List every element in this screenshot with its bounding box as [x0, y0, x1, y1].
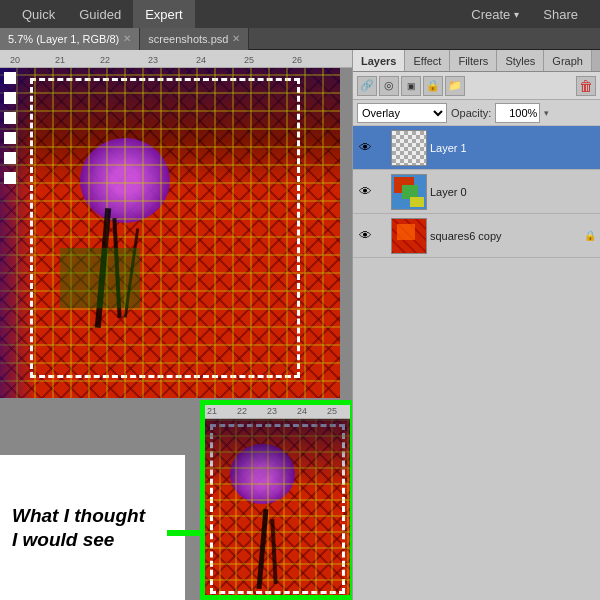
layer-chain-layer0 [376, 184, 388, 200]
ruler-tick-22: 22 [100, 55, 110, 65]
panel-tab-effect[interactable]: Effect [405, 50, 450, 71]
tab-close-layer1[interactable]: ✕ [123, 33, 131, 44]
toolbar-delete-btn[interactable]: 🗑 [576, 76, 596, 96]
menu-quick[interactable]: Quick [10, 0, 67, 28]
ruler-tick-25: 25 [244, 55, 254, 65]
ruler-tick-20: 20 [10, 55, 20, 65]
canvas-area[interactable]: 20 21 22 23 24 25 26 [0, 50, 352, 600]
annotation-text: What I thoughtI would see [12, 504, 173, 552]
toolbar-lock-btn[interactable]: 🔒 [423, 76, 443, 96]
layer-item-layer1[interactable]: 👁 Layer 1 [353, 126, 600, 170]
preview-ruler-25: 25 [327, 406, 337, 416]
menu-share[interactable]: Share [531, 0, 590, 28]
tab-close-screenshots[interactable]: ✕ [232, 33, 240, 44]
opacity-arrow[interactable]: ▾ [544, 108, 549, 118]
layer-chain-squares6 [376, 228, 388, 244]
panel-tab-filters[interactable]: Filters [450, 50, 497, 71]
ruler-numbers: 20 21 22 23 24 25 26 [0, 50, 352, 67]
layer-name-layer0: Layer 0 [430, 186, 596, 198]
art-green-patch [60, 248, 140, 308]
tab-bar: 5.7% (Layer 1, RGB/8) ✕ screenshots.psd … [0, 28, 600, 50]
tab-label-layer1: 5.7% (Layer 1, RGB/8) [8, 33, 119, 45]
preview-box: 21 22 23 24 25 [200, 400, 352, 600]
top-menu-bar: Quick Guided Expert Create Share [0, 0, 600, 28]
layer-eye-layer0[interactable]: 👁 [357, 184, 373, 200]
layer-eye-layer1[interactable]: 👁 [357, 140, 373, 156]
blend-opacity-row: Overlay Normal Multiply Screen Opacity: … [353, 100, 600, 126]
preview-ruler: 21 22 23 24 25 [205, 405, 350, 419]
preview-ruler-22: 22 [237, 406, 247, 416]
layer-chain-layer1 [376, 140, 388, 156]
layer-eye-squares6[interactable]: 👁 [357, 228, 373, 244]
layer-list: 👁 Layer 1 👁 Layer 0 👁 [353, 126, 600, 600]
preview-ruler-23: 23 [267, 406, 277, 416]
ruler-top: 20 21 22 23 24 25 26 [0, 50, 352, 68]
annotation-box: What I thoughtI would see [0, 455, 185, 600]
layer-item-squares6[interactable]: 👁 squares6 copy 🔒 [353, 214, 600, 258]
opacity-input[interactable] [495, 103, 540, 123]
toolbar-link-btn[interactable]: 🔗 [357, 76, 377, 96]
layer-name-layer1: Layer 1 [430, 142, 596, 154]
ruler-tick-21: 21 [55, 55, 65, 65]
ruler-tick-23: 23 [148, 55, 158, 65]
panel-tab-layers[interactable]: Layers [353, 50, 405, 71]
tab-layer1[interactable]: 5.7% (Layer 1, RGB/8) ✕ [0, 28, 140, 50]
menu-expert[interactable]: Expert [133, 0, 195, 28]
tab-screenshots[interactable]: screenshots.psd ✕ [140, 28, 249, 50]
layer-lock-squares6: 🔒 [584, 230, 596, 241]
ruler-tick-24: 24 [196, 55, 206, 65]
panel-tabs: Layers Effect Filters Styles Graph [353, 50, 600, 72]
layer-name-squares6: squares6 copy [430, 230, 581, 242]
opacity-label: Opacity: [451, 107, 491, 119]
menu-guided[interactable]: Guided [67, 0, 133, 28]
panel-tab-graph[interactable]: Graph [544, 50, 592, 71]
panel-tab-styles[interactable]: Styles [497, 50, 544, 71]
ruler-tick-26: 26 [292, 55, 302, 65]
art-purple-orb [80, 138, 170, 223]
preview-art [205, 419, 350, 595]
right-panel: Layers Effect Filters Styles Graph 🔗 ◎ ▣… [352, 50, 600, 600]
art-white-squares-left [0, 68, 20, 398]
preview-ruler-21: 21 [207, 406, 217, 416]
tab-label-screenshots: screenshots.psd [148, 33, 228, 45]
preview-dark-top [205, 419, 350, 489]
toolbar-folder-btn[interactable]: 📁 [445, 76, 465, 96]
preview-ruler-24: 24 [297, 406, 307, 416]
canvas-wrapper: What I thoughtI would see 21 22 23 24 [0, 68, 352, 600]
blend-mode-select[interactable]: Overlay Normal Multiply Screen [357, 103, 447, 123]
toolbar-shape-btn[interactable]: ▣ [401, 76, 421, 96]
layer-thumb-layer1 [391, 130, 427, 166]
layer-thumb-squares6 [391, 218, 427, 254]
layer-thumb-layer0 [391, 174, 427, 210]
annotation-area: What I thoughtI would see 21 22 23 24 [0, 390, 352, 600]
toolbar-circle-btn[interactable]: ◎ [379, 76, 399, 96]
main-area: 20 21 22 23 24 25 26 [0, 50, 600, 600]
menu-create[interactable]: Create [459, 0, 531, 28]
art-dark-top [0, 68, 340, 188]
layers-toolbar: 🔗 ◎ ▣ 🔒 📁 🗑 [353, 72, 600, 100]
main-artwork [0, 68, 340, 398]
layer-item-layer0[interactable]: 👁 Layer 0 [353, 170, 600, 214]
